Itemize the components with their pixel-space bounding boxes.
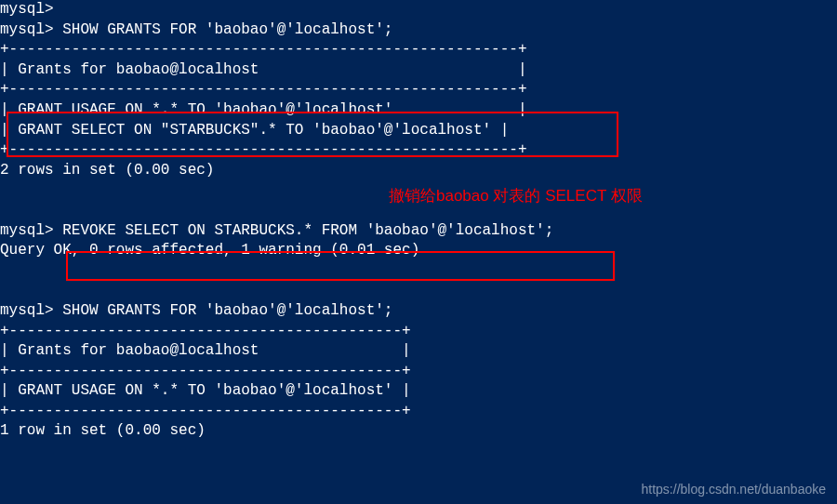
command-show-grants-2: mysql> SHOW GRANTS FOR 'baobao'@'localho…: [0, 302, 392, 319]
terminal-output[interactable]: mysql> mysql> SHOW GRANTS FOR 'baobao'@'…: [0, 0, 837, 442]
table-border-top-2: +---------------------------------------…: [0, 323, 411, 339]
table-header-1: | Grants for baobao@localhost |: [0, 61, 527, 78]
result-summary-1: 2 rows in set (0.00 sec): [0, 162, 214, 179]
table-border-top-1: +---------------------------------------…: [0, 41, 527, 58]
table-border-mid-1: +---------------------------------------…: [0, 81, 527, 98]
grant-row-usage-2: | GRANT USAGE ON *.* TO 'baobao'@'localh…: [0, 382, 411, 399]
grant-row-usage-1: | GRANT USAGE ON *.* TO 'baobao'@'localh…: [0, 101, 527, 118]
table-border-bottom-1: +---------------------------------------…: [0, 141, 527, 158]
command-revoke: mysql> REVOKE SELECT ON STARBUCKS.* FROM…: [0, 222, 553, 239]
annotation-text: 撤销给baobao 对表的 SELECT 权限: [389, 186, 643, 207]
watermark-text: https://blog.csdn.net/duanbaoke: [642, 481, 826, 498]
query-ok: Query OK, 0 rows affected, 1 warning (0.…: [0, 242, 419, 259]
prompt-line: mysql>: [0, 1, 54, 18]
table-border-mid-2: +---------------------------------------…: [0, 363, 411, 379]
grant-row-select: | GRANT SELECT ON "STARBUCKS".* TO 'baob…: [0, 122, 509, 139]
table-header-2: | Grants for baobao@localhost |: [0, 342, 411, 359]
command-show-grants-1: mysql> SHOW GRANTS FOR 'baobao'@'localho…: [0, 21, 392, 38]
result-summary-2: 1 row in set (0.00 sec): [0, 422, 206, 439]
table-border-bottom-2: +---------------------------------------…: [0, 403, 411, 419]
